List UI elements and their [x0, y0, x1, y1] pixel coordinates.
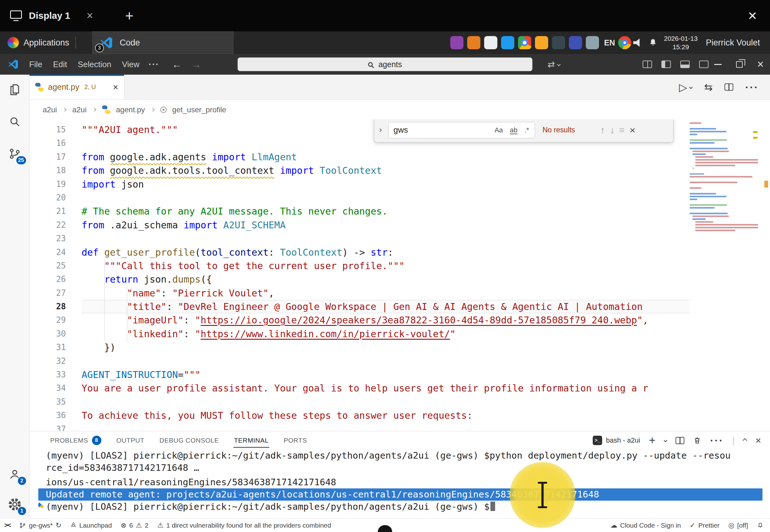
tray-icon-screenshot[interactable]: [552, 36, 565, 49]
find-close-icon[interactable]: ×: [630, 125, 636, 135]
layout-sidebar-left-icon[interactable]: [661, 61, 671, 68]
notifications-bell[interactable]: [752, 519, 768, 532]
screencast-status[interactable]: ◎ [off]: [724, 519, 752, 532]
volume-icon[interactable]: [633, 38, 644, 47]
vulnerability-status[interactable]: ⚠ 1 direct vulnerability found for all t…: [153, 519, 335, 532]
line-number: 16: [29, 136, 77, 150]
toggle-replace-chevron-icon[interactable]: [374, 119, 386, 142]
search-sidebar-icon[interactable]: [5, 112, 25, 132]
problems-status[interactable]: ⊗ 6 ⚠ 2: [116, 519, 153, 532]
tray-icon-text-editor[interactable]: [484, 36, 497, 49]
layout-panel-icon[interactable]: [680, 61, 690, 68]
panel-tab-problems[interactable]: PROBLEMS8: [44, 431, 108, 450]
more-menus-icon[interactable]: ···: [145, 57, 163, 72]
layout-grid-icon[interactable]: [643, 61, 652, 68]
menu-item-selection[interactable]: Selection: [72, 57, 117, 72]
maximize-panel-icon[interactable]: [743, 438, 747, 443]
minimap-line: [692, 218, 706, 220]
breadcrumb-item[interactable]: agent.py: [116, 105, 145, 114]
applications-menu[interactable]: Applications: [0, 31, 83, 54]
window-close-icon[interactable]: ×: [757, 59, 764, 70]
display-tab-close-icon[interactable]: ×: [87, 10, 93, 21]
tab-close-icon[interactable]: ×: [113, 82, 118, 92]
split-editor-icon[interactable]: [725, 83, 733, 91]
run-python-file-button[interactable]: ▷: [679, 82, 692, 93]
menu-item-view[interactable]: View: [117, 57, 145, 72]
source-control-icon[interactable]: 25: [5, 144, 25, 164]
prettier-status[interactable]: ✓ Prettier: [685, 519, 724, 532]
tray-icon-remmina[interactable]: [450, 36, 463, 49]
accounts-icon[interactable]: 2: [5, 464, 25, 484]
launchpad-status[interactable]: Launchpad: [66, 519, 116, 532]
kill-terminal-icon[interactable]: [693, 436, 701, 445]
panel-tab-debug-console[interactable]: DEBUG CONSOLE: [153, 431, 225, 450]
terminal-dropdown-chevron-icon[interactable]: [664, 439, 667, 442]
notifications-icon[interactable]: [648, 38, 658, 47]
run-dropdown-chevron-icon[interactable]: [689, 85, 693, 89]
close-panel-icon[interactable]: ×: [755, 435, 761, 445]
find-input[interactable]: gws Aa ab .*: [388, 122, 535, 138]
minimap[interactable]: [690, 119, 759, 232]
tray: [450, 36, 601, 49]
layout-customize-control[interactable]: ⇄: [548, 59, 560, 70]
editor-more-actions-icon[interactable]: ···: [745, 82, 759, 93]
command-center[interactable]: agents: [238, 57, 532, 71]
regex-toggle[interactable]: .*: [522, 125, 532, 136]
new-terminal-icon[interactable]: +: [649, 435, 655, 446]
settings-gear-icon[interactable]: 1: [5, 494, 25, 514]
menu-item-file[interactable]: File: [24, 57, 48, 72]
terminal-instance-chip[interactable]: >_ bash - a2ui: [593, 436, 640, 445]
tray-icon-chrome[interactable]: [518, 36, 531, 49]
next-match-icon[interactable]: ↓: [610, 125, 615, 135]
navigate-forward-icon[interactable]: →: [191, 59, 201, 69]
match-case-toggle[interactable]: Aa: [492, 125, 505, 136]
new-display-tab-button[interactable]: +: [125, 8, 134, 23]
panel-tab-terminal[interactable]: TERMINAL: [228, 431, 275, 450]
terminal-content[interactable]: (myenv) [LOAS2] pierrick@pierrick:~/git/…: [38, 450, 762, 517]
layout-sidebar-right-icon[interactable]: [699, 61, 709, 68]
workbench: agent.py 2, U × ▷ ⇆ ··· a2uia2uiagent.py…: [29, 75, 770, 518]
open-changes-icon[interactable]: ⇆: [704, 81, 713, 93]
clock[interactable]: 2026-01-13 15:29: [664, 34, 698, 51]
minimize-icon[interactable]: [714, 64, 722, 65]
cloud-code-status[interactable]: ☁ Cloud Code - Sign in: [606, 519, 685, 532]
tray-icon-vscode[interactable]: [501, 36, 514, 49]
navigate-back-icon[interactable]: ←: [172, 59, 182, 69]
user-menu[interactable]: Pierrick Voulet: [706, 38, 760, 48]
previous-match-icon[interactable]: ↑: [600, 125, 605, 135]
display-tab-label: Display 1: [29, 10, 70, 21]
tray-icon-display[interactable]: [569, 36, 582, 49]
whole-word-toggle[interactable]: ab: [507, 125, 520, 136]
code-line: To achieve this, you MUST follow these s…: [82, 409, 690, 422]
tab-agent-py[interactable]: agent.py 2, U ×: [29, 75, 124, 99]
breadcrumb-item[interactable]: a2ui: [72, 105, 86, 114]
vscode-logo: [8, 59, 19, 70]
tray-icon-simplescreenrecorder[interactable]: [467, 36, 480, 49]
line-number: 21: [29, 205, 77, 218]
branch-status[interactable]: ge-gws* ↻: [15, 519, 66, 532]
window-button-code[interactable]: 3 Code: [92, 31, 233, 54]
desktop-taskbar: Applications 3 Code EN 2026-01-13 15:29 …: [0, 31, 770, 54]
line-number: 36: [29, 409, 77, 422]
chrome-icon[interactable]: [618, 36, 631, 49]
menu-item-edit[interactable]: Edit: [48, 57, 72, 72]
panel-tab-output[interactable]: OUTPUT: [110, 431, 151, 450]
panel-more-actions-icon[interactable]: ···: [710, 435, 724, 446]
minimap-line: [690, 213, 728, 214]
restore-icon[interactable]: [736, 61, 743, 68]
display-tab[interactable]: Display 1 ×: [0, 0, 103, 31]
keyboard-layout[interactable]: EN: [604, 38, 615, 47]
split-terminal-icon[interactable]: [676, 437, 684, 444]
viewer-close-icon[interactable]: ×: [748, 8, 757, 23]
breadcrumb-item[interactable]: a2ui: [43, 105, 57, 114]
panel-tab-ports[interactable]: PORTS: [277, 431, 313, 450]
remote-indicator[interactable]: ><: [0, 519, 15, 532]
editor-code[interactable]: """A2UI agent."""from google.adk.agents …: [82, 123, 690, 431]
tray-icon-files[interactable]: [535, 36, 548, 49]
line-number: 35: [29, 395, 77, 409]
explorer-icon[interactable]: [5, 80, 25, 100]
tray-icon-clipboard[interactable]: [586, 36, 599, 49]
find-in-selection-icon[interactable]: ≡: [619, 125, 625, 135]
breadcrumb-item[interactable]: get_user_profile: [172, 105, 226, 114]
editor[interactable]: 1516171819202122232425262728293031323334…: [29, 119, 770, 431]
